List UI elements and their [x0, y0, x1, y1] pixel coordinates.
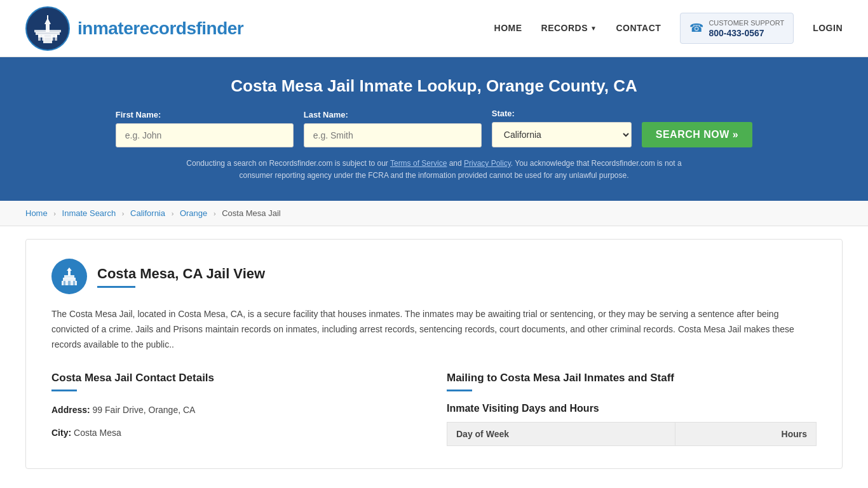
content-card: Costa Mesa, CA Jail View The Costa Mesa … [25, 239, 843, 468]
contact-heading: Costa Mesa Jail Contact Details [51, 372, 421, 384]
city-label: City: [51, 428, 71, 438]
visiting-table-header-row: Day of Week Hours [447, 422, 817, 445]
nav-contact[interactable]: CONTACT [616, 23, 661, 33]
visiting-table: Day of Week Hours [447, 422, 817, 446]
breadcrumb-sep-4: › [214, 210, 216, 217]
address-label: Address: [51, 405, 90, 415]
breadcrumb-orange[interactable]: Orange [180, 208, 207, 218]
nav-login[interactable]: LOGIN [813, 23, 843, 33]
breadcrumb-home[interactable]: Home [25, 208, 48, 218]
jail-title: Costa Mesa, CA Jail View [97, 266, 265, 282]
jail-icon [51, 259, 87, 294]
svg-rect-18 [68, 281, 71, 285]
city-row: City: Costa Mesa [51, 426, 421, 440]
svg-rect-5 [46, 24, 50, 32]
svg-rect-8 [38, 34, 41, 41]
customer-support-button[interactable]: ☎ CUSTOMER SUPPORT 800-433-0567 [680, 13, 794, 43]
two-column-section: Costa Mesa Jail Contact Details Address:… [51, 372, 817, 449]
svg-rect-15 [68, 271, 71, 276]
last-name-input[interactable] [304, 123, 482, 147]
breadcrumb-inmate-search[interactable]: Inmate Search [62, 208, 116, 218]
logo-area[interactable]: inmaterecordsfinder [25, 6, 243, 51]
svg-rect-9 [55, 34, 57, 41]
disclaimer-text: Conducting a search on Recordsfinder.com… [180, 158, 688, 182]
breadcrumb: Home › Inmate Search › California › Oran… [0, 201, 868, 226]
breadcrumb-current: Costa Mesa Jail [222, 208, 280, 218]
svg-rect-17 [64, 281, 65, 285]
hero-section: Costa Mesa Jail Inmate Lookup, Orange Co… [0, 57, 868, 201]
visiting-table-head: Day of Week Hours [447, 422, 817, 445]
jail-title-block: Costa Mesa, CA Jail View [97, 266, 265, 288]
svg-rect-10 [42, 34, 44, 41]
col-hours-header: Hours [675, 422, 816, 445]
privacy-link[interactable]: Privacy Policy [464, 159, 511, 168]
mailing-underline [447, 390, 472, 391]
state-field-group: State: California [492, 109, 632, 147]
support-number: 800-433-0567 [709, 28, 784, 38]
breadcrumb-california[interactable]: California [130, 208, 165, 218]
nav-home[interactable]: HOME [494, 23, 522, 33]
jail-title-underline [97, 286, 135, 288]
mailing-col: Mailing to Costa Mesa Jail Inmates and S… [447, 372, 817, 449]
address-value: 99 Fair Drive, Orange, CA [93, 405, 196, 415]
main-nav: HOME RECORDS ▼ CONTACT ☎ CUSTOMER SUPPOR… [494, 13, 843, 43]
breadcrumb-sep-3: › [172, 210, 174, 217]
site-header: inmaterecordsfinder HOME RECORDS ▼ CONTA… [0, 0, 868, 57]
tos-link[interactable]: Terms of Service [390, 159, 447, 168]
svg-marker-16 [67, 268, 72, 271]
logo-icon [25, 6, 70, 51]
breadcrumb-sep-1: › [53, 210, 56, 217]
last-name-label: Last Name: [304, 110, 348, 119]
svg-rect-19 [73, 281, 75, 285]
first-name-input[interactable] [116, 123, 294, 147]
nav-records[interactable]: RECORDS ▼ [541, 23, 597, 33]
city-value: Costa Mesa [74, 428, 121, 438]
contact-underline [51, 390, 77, 391]
support-label: CUSTOMER SUPPORT [709, 18, 784, 27]
svg-rect-11 [51, 34, 53, 41]
search-form: First Name: Last Name: State: California… [25, 109, 843, 147]
svg-rect-7 [47, 15, 48, 19]
state-select[interactable]: California [492, 122, 632, 147]
col-day-header: Day of Week [447, 422, 675, 445]
mailing-heading: Mailing to Costa Mesa Jail Inmates and S… [447, 372, 817, 384]
svg-rect-1 [43, 37, 52, 43]
address-row: Address: 99 Fair Drive, Orange, CA [51, 403, 421, 417]
search-button[interactable]: SEARCH NOW » [642, 122, 752, 147]
state-label: State: [492, 109, 515, 118]
logo-text: inmaterecordsfinder [78, 18, 243, 39]
page-title: Costa Mesa Jail Inmate Lookup, Orange Co… [25, 76, 843, 96]
breadcrumb-sep-2: › [122, 210, 125, 217]
main-content: Costa Mesa, CA Jail View The Costa Mesa … [0, 226, 868, 481]
first-name-field-group: First Name: [116, 110, 294, 147]
contact-details-col: Costa Mesa Jail Contact Details Address:… [51, 372, 421, 449]
building-icon [60, 267, 79, 286]
last-name-field-group: Last Name: [304, 110, 482, 147]
jail-description: The Costa Mesa Jail, located in Costa Me… [51, 307, 817, 352]
first-name-label: First Name: [116, 110, 161, 119]
chevron-down-icon: ▼ [590, 25, 597, 32]
jail-header: Costa Mesa, CA Jail View [51, 259, 817, 294]
visiting-heading: Inmate Visiting Days and Hours [447, 403, 817, 414]
phone-icon: ☎ [689, 21, 703, 35]
